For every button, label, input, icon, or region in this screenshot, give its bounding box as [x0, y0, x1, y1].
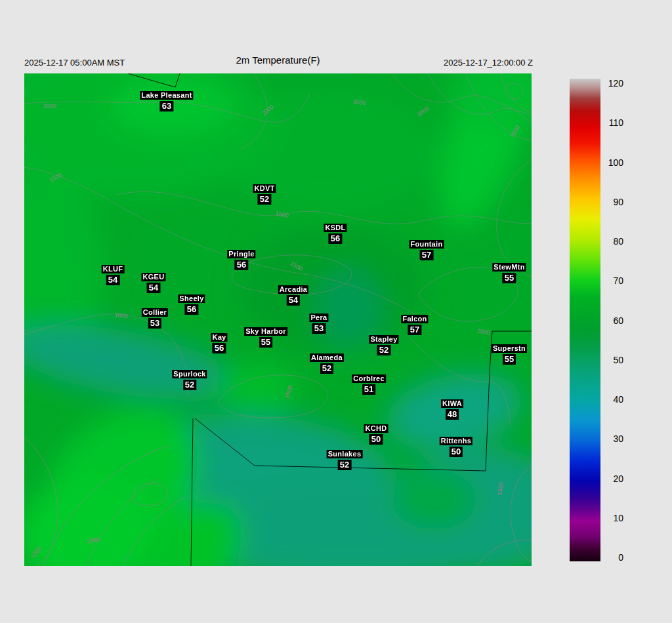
station-name-label: KIWA	[441, 399, 463, 408]
station-temp-value: 52	[183, 380, 196, 390]
station-kay: Kay56	[211, 333, 227, 353]
colorbar-ticks: 1201101009080706050403020100	[594, 79, 623, 561]
station-kchd: KCHD50	[364, 424, 388, 445]
station-name-label: Pera	[309, 313, 328, 322]
station-sunlakes: Sunlakes52	[327, 450, 363, 470]
station-lake-pleasant: Lake Pleasant63	[140, 91, 193, 111]
station-fountain: Fountain57	[410, 240, 444, 260]
station-temp-value: 51	[362, 384, 375, 395]
station-sky-harbor: Sky Harbor55	[244, 327, 287, 348]
station-pera: Pera53	[309, 313, 328, 334]
station-name-label: Arcadia	[278, 285, 308, 294]
colorbar-tick-label: 20	[594, 473, 623, 485]
station-temp-value: 63	[160, 101, 173, 111]
station-temp-value: 56	[235, 260, 248, 270]
station-corblrec: Corblrec51	[352, 374, 386, 395]
station-temp-value: 54	[147, 283, 160, 293]
station-temp-value: 53	[312, 323, 326, 334]
station-arcadia: Arcadia54	[278, 285, 308, 306]
station-temp-value: 52	[320, 363, 333, 374]
station-rittenhs: Rittenhs50	[440, 437, 472, 457]
station-temp-value: 55	[259, 337, 272, 348]
station-kgeu: KGEU54	[142, 273, 166, 293]
colorbar-tick-label: 10	[594, 512, 623, 524]
station-stapley: Stapley52	[369, 335, 398, 355]
station-name-label: Sky Harbor	[244, 327, 287, 336]
station-temp-value: 54	[287, 295, 300, 306]
station-temp-value: 56	[213, 343, 226, 353]
station-name-label: Rittenhs	[440, 437, 472, 445]
station-name-label: Pringle	[227, 250, 255, 258]
station-name-label: StewMtn	[492, 263, 526, 271]
map-canvas: Lake Pleasant63KDVT52KSDL56Fountain57Pri…	[24, 73, 532, 566]
station-temp-value: 54	[106, 275, 119, 285]
station-name-label: Falcon	[401, 315, 428, 323]
station-name-label: Sheely	[178, 294, 205, 303]
station-name-label: Lake Pleasant	[140, 91, 193, 100]
station-spurlock: Spurlock52	[172, 370, 207, 390]
colorbar-tick-label: 100	[594, 157, 623, 169]
station-temp-value: 56	[185, 304, 198, 315]
station-collier: Collier53	[142, 308, 168, 329]
colorbar-tick-label: 50	[594, 354, 623, 366]
station-temp-value: 52	[377, 345, 390, 355]
utc-timestamp: 2025-12-17_12:00:00 Z	[444, 58, 533, 68]
station-name-label: Kay	[211, 333, 227, 342]
station-temp-value: 55	[503, 273, 516, 283]
station-temp-value: 56	[329, 233, 342, 244]
station-sheely: Sheely56	[178, 294, 205, 315]
station-kiwa: KIWA48	[441, 399, 463, 420]
colorbar-tick-label: 0	[594, 552, 623, 563]
colorbar-tick-label: 60	[594, 315, 623, 327]
station-name-label: Corblrec	[352, 374, 386, 383]
colorbar-tick-label: 110	[594, 117, 623, 129]
station-name-label: Collier	[142, 308, 168, 317]
station-name-label: Spurlock	[172, 370, 207, 378]
temperature-field-layer	[24, 73, 532, 566]
station-temp-value: 57	[408, 325, 421, 335]
station-temp-value: 48	[446, 409, 459, 420]
station-alameda: Alameda52	[310, 353, 344, 374]
station-name-label: Sunlakes	[327, 450, 363, 458]
weather-map-figure: 2025-12-17 05:00AM MST 2m Temperature(F)…	[0, 0, 672, 623]
station-ksdl: KSDL56	[324, 224, 346, 244]
station-kdvt: KDVT52	[253, 184, 276, 205]
station-name-label: Fountain	[410, 240, 444, 249]
colorbar-tick-label: 90	[594, 196, 623, 208]
contour-elevation-label: 2000	[43, 103, 56, 110]
colorbar-tick-label: 80	[594, 235, 623, 247]
station-name-label: KSDL	[324, 224, 346, 232]
station-temp-value: 55	[503, 354, 516, 365]
station-name-label: Stapley	[369, 335, 398, 344]
station-pringle: Pringle56	[227, 250, 255, 270]
station-falcon: Falcon57	[401, 315, 428, 335]
station-temp-value: 50	[450, 447, 463, 457]
station-name-label: KCHD	[364, 424, 388, 433]
station-temp-value: 52	[258, 194, 271, 205]
colorbar-tick-label: 40	[594, 393, 623, 405]
station-kluf: KLUF54	[102, 265, 125, 285]
station-name-label: Alameda	[310, 353, 344, 362]
colorbar-tick-label: 30	[594, 433, 623, 445]
colorbar-tick-label: 70	[594, 275, 623, 287]
station-temp-value: 52	[338, 460, 351, 470]
station-name-label: KDVT	[253, 184, 276, 193]
station-name-label: Superstn	[492, 344, 527, 353]
station-temp-value: 50	[369, 434, 383, 445]
station-superstn: Superstn55	[492, 344, 527, 365]
station-temp-value: 53	[148, 318, 161, 329]
station-stewmtn: StewMtn55	[492, 263, 526, 283]
station-temp-value: 57	[420, 250, 433, 260]
station-name-label: KLUF	[102, 265, 125, 273]
station-name-label: KGEU	[142, 273, 166, 281]
colorbar-tick-label: 120	[594, 77, 623, 89]
